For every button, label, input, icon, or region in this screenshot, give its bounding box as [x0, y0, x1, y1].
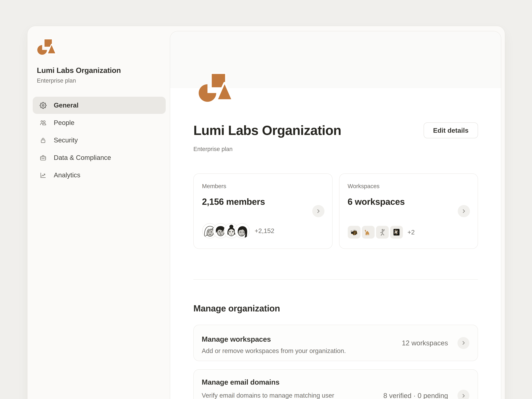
sidebar-item-label: General [54, 101, 79, 109]
workspaces-chevron-button[interactable] [458, 205, 470, 217]
sidebar-org-name: Lumi Labs Organization [37, 66, 170, 75]
manage-email-domains-meta: 8 verified · 0 pending [383, 392, 448, 399]
bee-emoji [348, 226, 360, 239]
sidebar-plan-label: Enterprise plan [37, 77, 170, 84]
manage-email-domains-row[interactable]: Manage email domains Verify email domain… [193, 369, 478, 399]
ponytail-avatar [234, 223, 250, 239]
page-title: Lumi Labs Organization [193, 123, 341, 138]
workspaces-card-label: Workspaces [348, 183, 469, 190]
workspaces-more-count: +2 [407, 228, 415, 236]
admin-window: Lumi Labs Organization Enterprise plan G… [27, 26, 505, 399]
members-card-label: Members [202, 183, 324, 190]
lock-icon [40, 137, 47, 144]
plan-label: Enterprise plan [193, 146, 478, 152]
gear-icon [40, 102, 47, 109]
people-icon [40, 119, 47, 126]
sidebar-item-security[interactable]: Security [33, 132, 166, 149]
sidebar-item-general[interactable]: General [33, 97, 166, 114]
workspace-emoji-tiles [348, 226, 403, 239]
manage-workspaces-chevron-button[interactable] [457, 337, 469, 349]
members-card[interactable]: Members 2,156 members [193, 173, 332, 249]
sidebar: Lumi Labs Organization Enterprise plan G… [27, 26, 170, 399]
sidebar-item-label: Security [54, 136, 78, 144]
members-count: 2,156 members [202, 197, 324, 207]
manage-email-domains-description: Verify email domains to manage matching … [202, 392, 374, 399]
sidebar-item-label: Analytics [54, 171, 80, 179]
dancer-emoji [376, 226, 389, 239]
manage-workspaces-meta: 12 workspaces [402, 339, 448, 347]
manage-email-domains-title: Manage email domains [202, 378, 433, 386]
analytics-icon [40, 172, 47, 179]
main-panel: Lumi Labs Organization Edit details Ente… [170, 31, 501, 399]
manage-organization-heading: Manage organization [193, 304, 478, 314]
manage-email-domains-chevron-button[interactable] [457, 390, 469, 399]
section-divider [193, 279, 478, 279]
sidebar-item-label: Data & Compliance [54, 154, 111, 162]
workspaces-count: 6 workspaces [348, 197, 469, 207]
org-logo-large [198, 70, 236, 102]
sidebar-item-data-compliance[interactable]: Data & Compliance [33, 149, 166, 166]
members-chevron-button[interactable] [312, 205, 324, 217]
settings-nav: General People [33, 97, 166, 184]
screen: Lumi Labs Organization Enterprise plan G… [0, 0, 532, 399]
manage-workspaces-row[interactable]: Manage workspaces Add or remove workspac… [193, 325, 478, 361]
org-logo-small [37, 38, 58, 55]
edit-details-button[interactable]: Edit details [424, 122, 478, 138]
manage-workspaces-description: Add or remove workspaces from your organ… [202, 347, 374, 355]
sidebar-item-people[interactable]: People [33, 114, 166, 131]
sidebar-item-analytics[interactable]: Analytics [33, 166, 166, 184]
sidebar-item-label: People [54, 119, 74, 127]
workspaces-card[interactable]: Workspaces 6 workspaces [339, 173, 478, 249]
camel-emoji [362, 226, 374, 239]
briefcase-icon [40, 154, 47, 161]
manage-workspaces-title: Manage workspaces [202, 335, 433, 344]
sparkler-emoji [390, 226, 403, 239]
member-avatars [202, 223, 250, 239]
members-more-count: +2,152 [255, 227, 274, 234]
